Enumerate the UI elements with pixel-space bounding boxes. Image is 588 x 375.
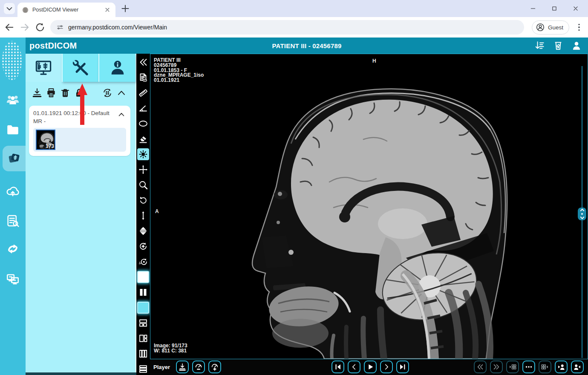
close-icon [104,6,111,14]
share-monitors-icon [6,271,20,286]
lock-button[interactable] [74,87,85,98]
ruler-tool-button[interactable] [137,87,149,99]
vertical-scroll-button[interactable] [137,210,149,222]
image-viewport[interactable]: PATIENT III 02456789 01.01.1853 - F dzne… [150,54,588,359]
layout-sync-icon [102,87,113,98]
reset-view-button[interactable] [137,240,149,252]
skip-first-icon [333,362,343,372]
report-view-button[interactable] [137,72,149,84]
url-bar[interactable]: germany.postdicom.com/Viewer/Main [50,20,524,35]
layout-1-2-button[interactable] [137,317,149,329]
stack-scroll-button[interactable] [137,225,149,237]
vertical-arrow-icon [138,211,148,221]
next-patient-button[interactable] [571,361,584,373]
series-thumbnail[interactable]: 173 [36,130,55,150]
sort-button[interactable] [534,40,545,51]
zoom-tool-button[interactable] [137,179,149,191]
reload-icon [34,21,46,33]
profile-button[interactable]: Guest [532,20,569,35]
minimize-icon [530,6,536,12]
layout-1x2-button[interactable] [137,286,149,298]
browser-menu-button[interactable] [575,24,583,31]
tab-search-button[interactable] [4,3,15,14]
tab-viewer[interactable] [26,54,62,82]
new-tab-button[interactable] [120,3,131,14]
maximize-button[interactable] [551,6,557,12]
sync-icon [6,242,20,256]
window-controls [530,6,579,12]
minimize-button[interactable] [530,6,536,12]
tab-tools[interactable] [62,54,99,82]
window-level-tool-button[interactable] [137,148,149,160]
recycle-bin-button[interactable] [553,40,564,51]
rail-item-studies[interactable] [3,146,26,171]
ruler-icon [138,88,148,98]
grid-left-icon [508,362,517,372]
collapse-toolbar-button[interactable] [137,56,149,68]
first-image-button[interactable] [331,361,344,373]
ellipse-icon [138,118,148,129]
layout-1x1-button[interactable] [137,271,149,283]
reload-button[interactable] [34,21,46,33]
panel-tabs [26,54,135,82]
speed-down-button[interactable] [192,361,205,373]
tab-close-button[interactable] [104,6,111,14]
layout-active-button[interactable] [137,302,149,314]
rail-item-sync[interactable] [0,239,26,259]
layout-sync-button[interactable] [102,87,113,98]
layout-3col-button[interactable] [137,348,149,360]
delete-button[interactable] [60,87,71,98]
eraser-icon [138,134,148,144]
user-button[interactable] [571,40,582,51]
rotate-tool-button[interactable] [137,194,149,206]
studies-icon [7,151,21,166]
more-options-button[interactable] [522,361,535,373]
next-series-button[interactable] [490,361,503,373]
pan-tool-button[interactable] [137,164,149,176]
eraser-tool-button[interactable] [137,133,149,145]
collapse-panel-button[interactable] [116,87,127,98]
next-layout-button[interactable] [539,361,551,373]
cine-download-button[interactable] [176,361,189,373]
auto-window-button[interactable] [137,256,149,268]
profile-label: Guest [548,24,563,31]
layout-3-columns-icon [138,349,148,359]
layout-1x2-icon [138,287,148,297]
series-group-card[interactable]: 01.01.1921 00:12:00 - Default MR - 173 [29,106,130,156]
layout-3row-button[interactable] [137,363,149,375]
ellipse-tool-button[interactable] [137,118,149,130]
rail-item-share[interactable] [0,268,26,289]
dicom-overlay-bottomleft: Image: 91/173 W: 811 C: 381 [154,343,187,354]
angle-tool-button[interactable] [137,102,149,114]
previous-series-button[interactable] [474,361,487,373]
print-button[interactable] [46,87,57,98]
chevron-down-icon [4,3,15,14]
layout-1-top-2-bottom-icon [138,318,148,328]
mri-sagittal-image [150,54,588,359]
collapse-series-button[interactable] [117,110,126,119]
forward-button[interactable] [19,21,31,33]
layout-2-1-button[interactable] [137,332,149,344]
rail-item-folders[interactable] [0,119,26,140]
browser-tab[interactable]: PostDICOM Viewer [17,3,115,17]
rail-item-upload[interactable] [0,181,26,201]
previous-image-button[interactable] [348,361,360,373]
close-window-button[interactable] [573,6,579,12]
rail-item-search-list[interactable] [0,211,26,231]
speed-up-button[interactable] [208,361,221,373]
next-image-button[interactable] [380,361,393,373]
play-button[interactable] [364,361,377,373]
url-text: germany.postdicom.com/Viewer/Main [68,24,167,31]
download-button[interactable] [32,87,43,98]
orientation-marker-top: H [372,58,376,64]
previous-patient-button[interactable] [555,361,568,373]
image-scroll-thumb[interactable] [578,208,586,220]
speed-down-icon [194,362,203,372]
last-image-button[interactable] [396,361,409,373]
tab-patient-info[interactable] [98,54,135,82]
back-button[interactable] [3,21,15,33]
skip-last-icon [398,362,407,372]
app-header: PATIENT III - 02456789 postDICOM [26,38,588,54]
prior-layout-button[interactable] [506,361,519,373]
rail-item-patients[interactable] [0,89,26,110]
